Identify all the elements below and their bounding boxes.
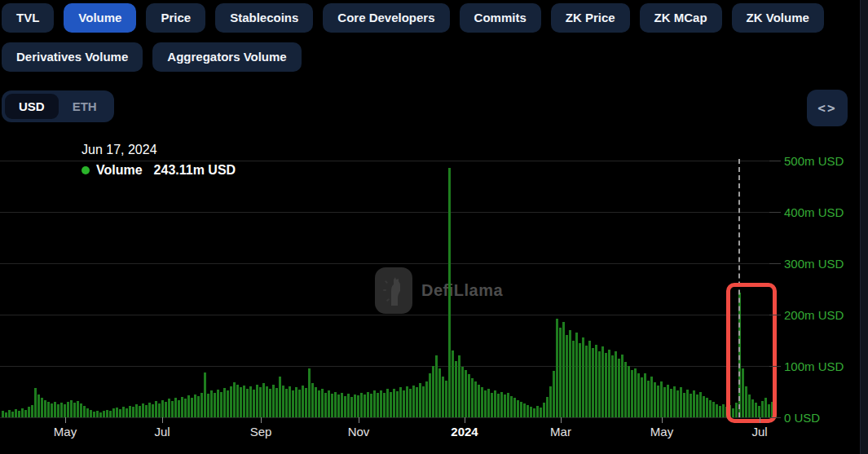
volume-bar[interactable]: [103, 411, 105, 417]
volume-bar[interactable]: [70, 400, 73, 417]
volume-bar[interactable]: [471, 378, 474, 417]
volume-bar[interactable]: [484, 390, 487, 417]
volume-bar[interactable]: [243, 386, 245, 417]
volume-bar[interactable]: [478, 385, 480, 417]
volume-bar[interactable]: [432, 366, 434, 417]
volume-bar[interactable]: [367, 392, 369, 418]
volume-bar[interactable]: [631, 370, 633, 417]
volume-bar[interactable]: [419, 383, 421, 417]
volume-bar[interactable]: [67, 402, 69, 417]
volume-bar[interactable]: [328, 390, 330, 417]
volume-bar[interactable]: [73, 403, 76, 417]
volume-bar[interactable]: [246, 389, 249, 417]
volume-bar[interactable]: [579, 343, 581, 417]
volume-bar[interactable]: [474, 381, 477, 417]
volume-bar[interactable]: [556, 319, 558, 417]
volume-bar[interactable]: [373, 390, 376, 417]
volume-bar[interactable]: [272, 385, 275, 417]
volume-bar[interactable]: [57, 404, 59, 417]
tab-zk-mcap[interactable]: ZK MCap: [640, 3, 722, 33]
volume-bar[interactable]: [442, 377, 444, 417]
volume-bar[interactable]: [191, 398, 193, 417]
volume-bar[interactable]: [168, 399, 170, 417]
volume-bar[interactable]: [285, 389, 288, 417]
volume-bar[interactable]: [585, 346, 588, 417]
volume-bar[interactable]: [390, 392, 392, 418]
volume-bar[interactable]: [611, 355, 614, 417]
volume-bar[interactable]: [207, 394, 209, 417]
volume-bar[interactable]: [119, 409, 121, 417]
volume-bar[interactable]: [158, 403, 161, 417]
volume-bar[interactable]: [253, 390, 255, 417]
volume-bar[interactable]: [500, 392, 503, 418]
volume-bar[interactable]: [24, 410, 27, 417]
volume-bar[interactable]: [236, 385, 239, 417]
volume-bar[interactable]: [615, 351, 617, 417]
tab-commits[interactable]: Commits: [460, 3, 541, 33]
volume-bar[interactable]: [279, 377, 281, 417]
volume-bar[interactable]: [647, 381, 650, 417]
volume-bar[interactable]: [21, 408, 24, 417]
volume-bar[interactable]: [184, 399, 187, 417]
volume-bar[interactable]: [562, 322, 565, 417]
currency-option-eth[interactable]: ETH: [59, 94, 111, 119]
volume-bar[interactable]: [628, 366, 630, 417]
volume-bar[interactable]: [618, 359, 620, 417]
volume-bar[interactable]: [650, 377, 653, 417]
volume-bar[interactable]: [393, 389, 395, 417]
volume-bar[interactable]: [90, 410, 92, 417]
volume-bar[interactable]: [165, 402, 167, 417]
volume-bar[interactable]: [621, 355, 623, 417]
volume-bar[interactable]: [96, 411, 99, 417]
volume-bar[interactable]: [595, 345, 597, 417]
volume-bar[interactable]: [527, 405, 529, 417]
tab-volume[interactable]: Volume: [64, 3, 136, 33]
volume-bar[interactable]: [93, 412, 95, 417]
volume-bar[interactable]: [719, 406, 721, 417]
volume-bar[interactable]: [536, 406, 539, 417]
volume-bar[interactable]: [360, 393, 363, 417]
volume-bar[interactable]: [364, 394, 366, 417]
volume-bar[interactable]: [148, 403, 151, 417]
volume-bar[interactable]: [161, 400, 164, 417]
volume-bar[interactable]: [546, 397, 549, 417]
volume-bar[interactable]: [582, 337, 584, 417]
volume-bar[interactable]: [412, 386, 415, 417]
tab-zk-volume[interactable]: ZK Volume: [732, 3, 824, 33]
tab-stablecoins[interactable]: Stablecoins: [215, 3, 313, 33]
volume-bar[interactable]: [465, 370, 467, 417]
volume-bar[interactable]: [425, 381, 428, 417]
volume-bar[interactable]: [517, 400, 519, 417]
volume-bar[interactable]: [481, 387, 483, 417]
volume-bar[interactable]: [494, 390, 496, 417]
volume-bar[interactable]: [112, 408, 115, 417]
volume-bar[interactable]: [716, 404, 718, 417]
volume-bar[interactable]: [435, 355, 438, 417]
volume-bar[interactable]: [624, 362, 627, 417]
volume-bar[interactable]: [487, 389, 490, 417]
volume-bar[interactable]: [15, 409, 17, 417]
volume-bar[interactable]: [5, 412, 7, 417]
volume-bar[interactable]: [152, 404, 154, 417]
volume-bar[interactable]: [282, 386, 284, 417]
volume-bar[interactable]: [497, 394, 500, 417]
volume-bar[interactable]: [298, 390, 301, 417]
volume-bar[interactable]: [491, 393, 493, 417]
volume-bar[interactable]: [438, 368, 441, 417]
volume-bar[interactable]: [18, 411, 20, 417]
volume-bar[interactable]: [350, 397, 353, 417]
volume-bar[interactable]: [683, 393, 685, 417]
embed-chart-button[interactable]: <>: [807, 90, 848, 126]
volume-bar[interactable]: [452, 350, 454, 417]
volume-bar[interactable]: [448, 168, 451, 417]
volume-bar[interactable]: [396, 391, 399, 417]
volume-bar[interactable]: [41, 398, 43, 417]
volume-bar[interactable]: [722, 404, 725, 417]
volume-bar[interactable]: [399, 387, 402, 417]
volume-bar[interactable]: [696, 394, 698, 417]
volume-bar[interactable]: [680, 387, 682, 417]
volume-bar[interactable]: [155, 401, 157, 417]
tab-derivatives-volume[interactable]: Derivatives Volume: [2, 42, 143, 72]
volume-bar[interactable]: [347, 394, 350, 417]
volume-bar[interactable]: [315, 387, 317, 417]
